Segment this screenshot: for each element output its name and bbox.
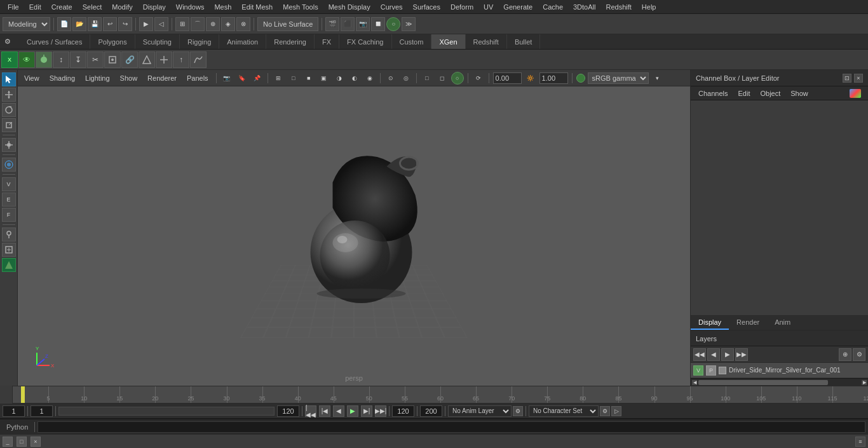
- tab-sculpting[interactable]: Sculpting: [135, 34, 180, 49]
- scroll-right-arrow[interactable]: ▶: [862, 380, 867, 385]
- gamma-field[interactable]: [493, 72, 522, 84]
- char-set-option2[interactable]: ▷: [611, 406, 621, 416]
- comp-mode-edge[interactable]: E: [2, 193, 16, 207]
- menu-help[interactable]: Help: [637, 2, 661, 12]
- playhead[interactable]: [21, 386, 25, 403]
- menu-redshift[interactable]: Redshift: [600, 2, 636, 12]
- xgen-icon-7[interactable]: 🔗: [121, 51, 138, 68]
- panel-float-btn[interactable]: ⊡: [843, 74, 851, 83]
- vp-isolate-icon[interactable]: ◎: [400, 72, 412, 85]
- rotate-tool[interactable]: [2, 103, 16, 117]
- vp-xray-icon[interactable]: ⊙: [384, 72, 397, 85]
- layer-nav-prev[interactable]: ◀◀: [693, 348, 706, 361]
- xgen-icon-11[interactable]: [190, 51, 207, 68]
- ipr-icon[interactable]: ⬛: [341, 17, 355, 31]
- vp-light-icon[interactable]: ◑: [333, 72, 346, 85]
- xgen-icon-8[interactable]: [139, 51, 155, 68]
- current-frame-input[interactable]: [3, 405, 25, 417]
- menu-mesh[interactable]: Mesh: [209, 2, 236, 12]
- cam-icon[interactable]: 📷: [356, 17, 370, 31]
- vp-shadow-icon[interactable]: ◐: [348, 72, 361, 85]
- char-set-option1[interactable]: ⚙: [600, 406, 610, 416]
- vp-ao-icon[interactable]: ◉: [363, 72, 376, 85]
- comp-mode-vert[interactable]: V: [2, 177, 16, 191]
- layer-row[interactable]: V P Driver_Side_Mirror_Silver_for_Car_00…: [691, 363, 868, 378]
- next-key-btn[interactable]: ▶▶|: [375, 405, 386, 417]
- vp-menu-renderer[interactable]: Renderer: [144, 73, 180, 83]
- win-close[interactable]: ×: [31, 437, 41, 447]
- live-surface-button[interactable]: No Live Surface: [257, 17, 318, 31]
- vp-bookmark-icon[interactable]: 🔖: [236, 72, 248, 85]
- xgen-icon-10[interactable]: ↑: [173, 51, 189, 68]
- anim-layer-option1[interactable]: ⚙: [513, 406, 523, 416]
- menu-curves[interactable]: Curves: [376, 2, 408, 12]
- layers-header[interactable]: Layers: [691, 331, 868, 346]
- vp-menu-shading[interactable]: Shading: [46, 73, 79, 83]
- prev-frame-btn[interactable]: |◀: [319, 405, 330, 417]
- xgen-icon-3[interactable]: ↕: [53, 51, 69, 68]
- mode-settings-icon[interactable]: ⚙: [1, 34, 14, 50]
- xgen-icon-9[interactable]: [156, 51, 172, 68]
- xgen-icon-0[interactable]: X: [1, 51, 18, 68]
- menu-mesh-display[interactable]: Mesh Display: [323, 2, 376, 12]
- timeline-ruler[interactable]: 5101520253035404550556065707580859095100…: [13, 386, 868, 403]
- vp-menu-view[interactable]: View: [20, 73, 43, 83]
- snap-tool[interactable]: [2, 243, 16, 257]
- menu-file[interactable]: File: [3, 2, 24, 12]
- layer-visibility[interactable]: V: [693, 365, 703, 376]
- mode-selector[interactable]: Modeling: [3, 17, 50, 31]
- vp-cam2-icon[interactable]: 🔆: [524, 72, 537, 85]
- anim-layer-select[interactable]: No Anim Layer: [448, 405, 512, 417]
- vp-smooth-icon[interactable]: ○: [451, 72, 464, 85]
- layer-nav-next[interactable]: ▶▶: [735, 348, 748, 361]
- anim-end-input[interactable]: [420, 405, 442, 417]
- lasso-icon[interactable]: ◁: [154, 17, 168, 31]
- win-restore[interactable]: □: [17, 437, 27, 447]
- win-action-btn[interactable]: ≡: [855, 437, 865, 447]
- tab-custom[interactable]: Custom: [392, 34, 432, 49]
- tab-fx[interactable]: FX: [315, 34, 339, 49]
- menu-surfaces[interactable]: Surfaces: [408, 2, 445, 12]
- playback-range-slider[interactable]: [58, 407, 275, 416]
- scroll-left-arrow[interactable]: ◀: [692, 380, 697, 385]
- menu-generate[interactable]: Generate: [498, 2, 538, 12]
- select-icon[interactable]: ▶: [139, 17, 153, 31]
- vp-menu-show[interactable]: Show: [116, 73, 142, 83]
- tab-render[interactable]: Render: [729, 316, 767, 330]
- vp-res-icon[interactable]: □: [421, 72, 433, 85]
- snap-live-icon[interactable]: ⊗: [236, 17, 250, 31]
- menu-display[interactable]: Display: [138, 2, 171, 12]
- play-backward-btn[interactable]: ◀: [333, 405, 344, 417]
- vp-disp-icon[interactable]: ◻: [436, 72, 449, 85]
- layer-nav-left[interactable]: ◀: [707, 348, 720, 361]
- tab-fx-caching[interactable]: FX Caching: [339, 34, 391, 49]
- paint-tool[interactable]: [2, 227, 16, 241]
- layer-option2[interactable]: ⚙: [853, 348, 865, 361]
- render-icon[interactable]: 🎬: [325, 17, 339, 31]
- scale-tool[interactable]: [2, 118, 16, 132]
- menu-edit[interactable]: Edit: [24, 2, 46, 12]
- channels-edit[interactable]: Edit: [735, 88, 752, 98]
- play-forward-btn[interactable]: ▶: [347, 405, 358, 417]
- menu-deform[interactable]: Deform: [445, 2, 478, 12]
- snap-point-icon[interactable]: ⊕: [206, 17, 220, 31]
- xgen-icon-6[interactable]: [104, 51, 121, 68]
- channels-menu[interactable]: Channels: [696, 88, 730, 98]
- xgen-icon-5[interactable]: ✂: [87, 51, 104, 68]
- tab-anim[interactable]: Anim: [767, 316, 798, 330]
- vp-cam-icon[interactable]: 📷: [220, 72, 233, 85]
- soft-select[interactable]: [2, 158, 16, 172]
- menu-edit-mesh[interactable]: Edit Mesh: [236, 2, 278, 12]
- channels-object[interactable]: Object: [757, 88, 783, 98]
- vp-grid-icon[interactable]: ⊞: [272, 72, 285, 85]
- char-set-select[interactable]: No Character Set: [529, 405, 599, 417]
- comp-mode-face[interactable]: F: [2, 208, 16, 222]
- redo-icon[interactable]: ↪: [118, 17, 132, 31]
- scrollbar-thumb[interactable]: [698, 380, 828, 385]
- tab-display[interactable]: Display: [691, 316, 729, 330]
- color-space-select[interactable]: sRGB gamma: [588, 72, 649, 84]
- tab-animation[interactable]: Animation: [219, 34, 266, 49]
- snap-grid-icon[interactable]: ⊞: [175, 17, 189, 31]
- vp-shaded-icon[interactable]: ■: [302, 72, 315, 85]
- win-minimize[interactable]: _: [3, 437, 13, 447]
